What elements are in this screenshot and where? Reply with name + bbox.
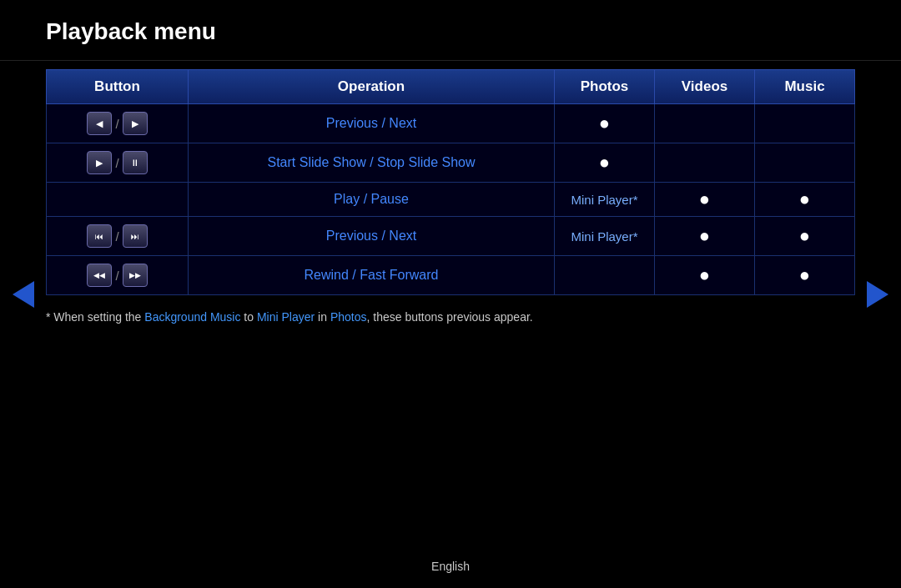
nav-right-button[interactable]: [864, 281, 891, 308]
table-wrapper: Button Operation Photos Videos Music ◀ /…: [0, 69, 901, 295]
separator: /: [115, 229, 118, 244]
photos-cell-row4: Mini Player*: [555, 217, 655, 256]
btn-group-row2: ▶ / ⏸: [53, 151, 181, 174]
videos-cell-row4: ●: [655, 217, 755, 256]
dot-photos-row1: ●: [599, 113, 610, 133]
btn-group-row4: ⏮ / ⏭: [53, 224, 181, 248]
table-row: Play / Pause Mini Player* ● ●: [47, 183, 855, 217]
col-header-music: Music: [755, 70, 855, 104]
photos-cell-row3: Mini Player*: [555, 183, 655, 217]
prev-track-btn-icon: ⏮: [87, 224, 112, 248]
dot-videos-row4: ●: [699, 225, 710, 246]
separator: /: [115, 269, 118, 283]
dot-photos-row2: ●: [599, 152, 610, 173]
operation-cell-row2: Start Slide Show / Stop Slide Show: [189, 143, 555, 183]
music-cell-row5: ●: [755, 256, 855, 295]
left-arrow-icon: [13, 281, 34, 308]
next-track-btn-icon: ⏭: [123, 224, 148, 248]
col-header-videos: Videos: [655, 70, 755, 104]
music-cell-row4: ●: [755, 217, 855, 256]
dot-videos-row3: ●: [699, 188, 710, 209]
playback-table: Button Operation Photos Videos Music ◀ /…: [46, 69, 855, 295]
pause-btn-icon: ⏸: [123, 151, 148, 174]
videos-cell-row3: ●: [655, 183, 755, 217]
music-cell-row1: [755, 104, 855, 143]
button-cell-row5: ◀◀ / ▶▶: [47, 256, 189, 295]
table-row: ◀ / ▶ Previous / Next ●: [47, 104, 855, 143]
right-arrow-icon: [867, 281, 888, 308]
operation-cell-row3: Play / Pause: [189, 183, 555, 217]
videos-cell-row1: [655, 104, 755, 143]
separator: /: [115, 117, 118, 131]
dot-music-row4: ●: [799, 225, 810, 246]
operation-cell-row1: Previous / Next: [189, 104, 555, 143]
photos-cell-row5: [555, 256, 655, 295]
btn-group-row5: ◀◀ / ▶▶: [53, 264, 181, 287]
page-title: Playback menu: [0, 0, 901, 61]
ff-btn-icon: ▶▶: [123, 264, 148, 287]
footnote: * When setting the Background Music to M…: [46, 309, 855, 326]
separator: /: [115, 156, 118, 170]
videos-cell-row2: [655, 143, 755, 183]
rewind-btn-icon: ◀◀: [87, 264, 112, 287]
prev-btn-icon: ◀: [87, 112, 112, 135]
button-cell-row4: ⏮ / ⏭: [47, 217, 189, 256]
footnote-bg-music: Background Music: [144, 310, 240, 324]
dot-videos-row5: ●: [699, 264, 710, 285]
footnote-photos: Photos: [330, 310, 367, 324]
play-btn-icon: ▶: [87, 151, 112, 174]
nav-left-button[interactable]: [10, 281, 37, 308]
operation-cell-row5: Rewind / Fast Forward: [189, 256, 555, 295]
btn-group-row1: ◀ / ▶: [53, 112, 181, 135]
table-row: ⏮ / ⏭ Previous / Next Mini Player* ● ●: [47, 217, 855, 256]
dot-music-row5: ●: [799, 264, 810, 285]
col-header-operation: Operation: [189, 70, 555, 104]
footer-language: English: [431, 560, 470, 573]
table-row: ◀◀ / ▶▶ Rewind / Fast Forward ● ●: [47, 256, 855, 295]
col-header-photos: Photos: [555, 70, 655, 104]
footnote-mini-player: Mini Player: [257, 310, 315, 324]
photos-cell-row1: ●: [555, 104, 655, 143]
col-header-button: Button: [47, 70, 189, 104]
operation-cell-row4: Previous / Next: [189, 217, 555, 256]
button-cell-row3: [47, 183, 189, 217]
music-cell-row3: ●: [755, 183, 855, 217]
videos-cell-row5: ●: [655, 256, 755, 295]
photos-cell-row2: ●: [555, 143, 655, 183]
next-btn-icon: ▶: [123, 112, 148, 135]
music-cell-row2: [755, 143, 855, 183]
button-cell-row2: ▶ / ⏸: [47, 143, 189, 183]
dot-music-row3: ●: [799, 188, 810, 209]
table-row: ▶ / ⏸ Start Slide Show / Stop Slide Show…: [47, 143, 855, 183]
button-cell-row1: ◀ / ▶: [47, 104, 189, 143]
